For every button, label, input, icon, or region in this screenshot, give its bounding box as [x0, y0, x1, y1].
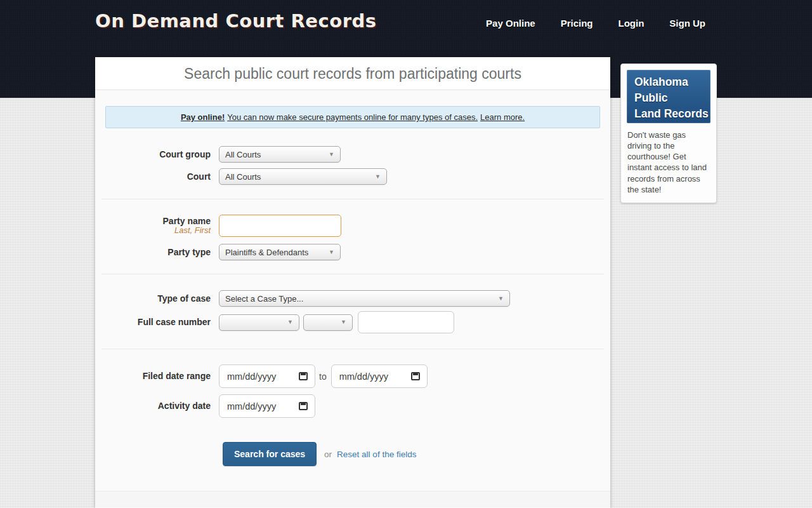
nav-pay-online[interactable]: Pay Online	[486, 18, 535, 29]
ad-title-line: Oklahoma	[634, 74, 710, 90]
court-row: Court All Courts ▼	[105, 168, 600, 185]
court-selected-value: All Courts	[225, 172, 261, 182]
court-select[interactable]: All Courts ▼	[219, 168, 387, 185]
calendar-icon[interactable]	[411, 372, 420, 380]
party-type-selected-value: Plaintiffs & Defendants	[225, 248, 308, 257]
land-records-ad-banner[interactable]: Oklahoma Public Land Records	[627, 70, 710, 123]
reset-fields-link[interactable]: Reset all of the fields	[337, 450, 416, 459]
ad-title-line: Land Records	[634, 106, 710, 122]
date-placeholder: mm/dd/yyyy	[227, 371, 276, 382]
case-type-selected-value: Select a Case Type...	[225, 294, 303, 304]
party-name-label: Party name Last, First	[105, 216, 211, 236]
dropdown-arrow-icon: ▼	[329, 152, 334, 157]
party-type-select[interactable]: Plaintiffs & Defendants ▼	[219, 244, 341, 260]
activity-date-input[interactable]: mm/dd/yyyy	[219, 394, 315, 418]
pay-online-banner-link[interactable]: Pay online!You can now make secure payme…	[181, 112, 525, 122]
party-name-row: Party name Last, First	[105, 215, 600, 237]
banner-bold-text: Pay online!	[181, 112, 225, 122]
court-label: Court	[105, 171, 211, 182]
dropdown-arrow-icon: ▼	[287, 319, 293, 325]
banner-text: You can now make secure payments online …	[227, 112, 478, 122]
case-type-label: Type of case	[105, 293, 211, 304]
section-divider	[102, 349, 604, 349]
filed-date-label: Filed date range	[105, 371, 211, 381]
nav-pricing[interactable]: Pricing	[561, 18, 593, 29]
panel-footer	[95, 491, 610, 507]
filed-date-from-input[interactable]: mm/dd/yyyy	[219, 364, 315, 388]
banner-learn-more-link[interactable]: Learn more.	[480, 112, 525, 122]
dropdown-arrow-icon: ▼	[375, 174, 381, 180]
date-placeholder: mm/dd/yyyy	[339, 371, 388, 382]
party-name-hint: Last, First	[105, 226, 211, 236]
date-placeholder: mm/dd/yyyy	[227, 401, 276, 411]
activity-date-label: Activity date	[105, 401, 211, 411]
search-form: Pay online!You can now make secure payme…	[95, 90, 610, 508]
case-type-row: Type of case Select a Case Type... ▼	[105, 290, 600, 307]
filed-date-row: Filed date range mm/dd/yyyy to mm/dd/yyy…	[105, 364, 600, 388]
party-type-label: Party type	[105, 247, 211, 257]
dropdown-arrow-icon: ▼	[341, 319, 346, 325]
party-name-input[interactable]	[219, 215, 341, 237]
case-number-label: Full case number	[105, 317, 211, 327]
court-group-row: Court group All Courts ▼	[105, 146, 600, 163]
or-text: or	[324, 450, 332, 459]
court-group-label: Court group	[105, 149, 211, 159]
case-number-type-select[interactable]: ▼	[303, 314, 353, 331]
calendar-icon[interactable]	[299, 372, 308, 380]
filed-date-to-input[interactable]: mm/dd/yyyy	[331, 364, 428, 388]
search-for-cases-button[interactable]: Search for cases	[223, 442, 317, 466]
pay-online-banner: Pay online!You can now make secure payme…	[105, 106, 600, 128]
site-logo[interactable]: On Demand Court Records	[95, 10, 376, 32]
party-type-row: Party type Plaintiffs & Defendants ▼	[105, 244, 600, 260]
dropdown-arrow-icon: ▼	[498, 296, 504, 302]
section-divider	[102, 274, 604, 274]
main-nav: Pay Online Pricing Login Sign Up	[486, 18, 705, 29]
page-title: Search public court records from partici…	[95, 57, 610, 90]
actions-row: Search for cases or Reset all of the fie…	[223, 442, 600, 466]
section-divider	[102, 199, 604, 199]
calendar-icon[interactable]	[299, 402, 308, 410]
nav-sign-up[interactable]: Sign Up	[669, 18, 705, 29]
activity-date-row: Activity date mm/dd/yyyy	[105, 394, 600, 418]
case-number-row: Full case number ▼ ▼	[105, 311, 600, 333]
dropdown-arrow-icon: ▼	[329, 250, 334, 255]
court-group-selected-value: All Courts	[225, 150, 261, 159]
ad-description: Don't waste gas driving to the courthous…	[627, 130, 710, 195]
search-panel: Search public court records from partici…	[95, 57, 610, 508]
land-records-ad[interactable]: Oklahoma Public Land Records Don't waste…	[620, 64, 717, 203]
case-number-year-select[interactable]: ▼	[219, 314, 299, 331]
nav-login[interactable]: Login	[619, 18, 645, 29]
ad-title-line: Public	[634, 90, 710, 106]
court-group-select[interactable]: All Courts ▼	[219, 146, 341, 163]
case-type-select[interactable]: Select a Case Type... ▼	[219, 290, 510, 307]
date-range-to-text: to	[319, 371, 327, 382]
case-number-input[interactable]	[358, 311, 454, 333]
party-name-label-text: Party name	[105, 216, 211, 226]
